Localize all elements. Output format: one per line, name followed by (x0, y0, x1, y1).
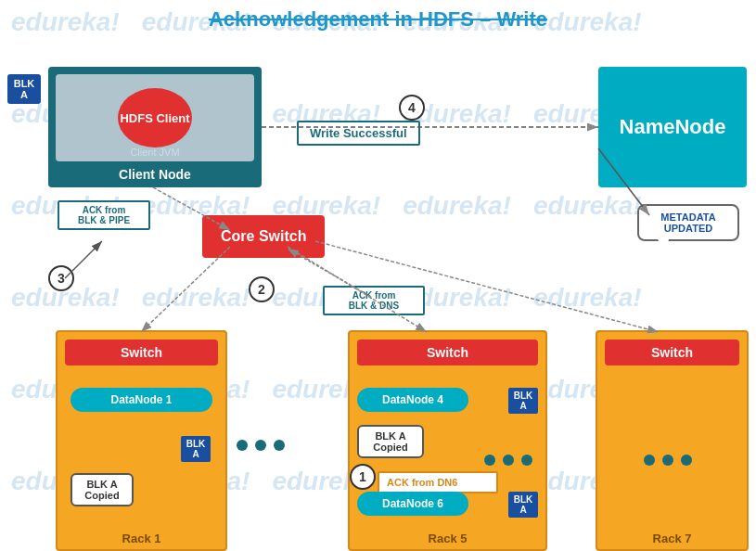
rack7-dots (644, 455, 692, 466)
diagram: Acknowledgement in HDFS – Write BLK A HD… (0, 0, 756, 551)
metadata-line2: UPDATED (648, 223, 728, 234)
metadata-updated-bubble: METADATA UPDATED (637, 204, 739, 241)
ack-from-dn6: ACK from DN6 (378, 471, 498, 493)
step-4-circle: 4 (399, 95, 425, 121)
dot1 (484, 455, 495, 466)
blk-a-label: A (12, 89, 36, 100)
rack-1: Switch DataNode 1 BLKA BLK ACopied Rack … (56, 330, 227, 551)
namenode-label: NameNode (620, 115, 726, 139)
step-2-circle: 2 (249, 276, 275, 302)
dot3 (681, 455, 692, 466)
ack-box-blk-pipe: ACK fromBLK & PIPE (58, 200, 150, 230)
rack1-label: Rack 1 (58, 532, 225, 545)
rack5-blk-a-dn4: BLKA (508, 388, 538, 414)
rack1-blk-a: BLKA (181, 436, 211, 462)
dot2 (255, 440, 266, 451)
rack5-blk-a-dn6: BLKA (508, 492, 538, 518)
rack7-switch: Switch (605, 340, 739, 365)
core-switch: Core Switch (202, 215, 325, 258)
rack7-label: Rack 7 (597, 532, 747, 545)
namenode: NameNode (598, 67, 747, 187)
step-1-circle: 1 (350, 464, 376, 490)
svg-line-4 (141, 247, 230, 332)
rack5-datanode4: DataNode 4 (357, 388, 468, 412)
rack1-datanode1: DataNode 1 (70, 388, 212, 412)
rack5-dots (484, 455, 532, 466)
dot3 (521, 455, 532, 466)
metadata-line1: METADATA (648, 211, 728, 223)
rack5-blk-copied: BLK ACopied (357, 425, 424, 458)
dot1 (237, 440, 248, 451)
dot3 (274, 440, 285, 451)
rack5-switch: Switch (357, 340, 538, 365)
client-jvm: HDFS Client Client JVM (56, 74, 254, 161)
client-jvm-label: Client JVM (56, 147, 254, 158)
blk-a-topleft: BLK A (7, 74, 41, 104)
hdfs-client: HDFS Client (118, 88, 192, 147)
rack-7: Switch Rack 7 (596, 330, 749, 551)
rack1-switch: Switch (65, 340, 218, 365)
blk-label: BLK (12, 78, 36, 89)
step-3-circle: 3 (48, 265, 74, 291)
rack1-blk-copied: BLK ACopied (70, 473, 134, 506)
rack5-datanode6: DataNode 6 (357, 492, 468, 516)
client-node: HDFS Client Client JVM Client Node (48, 67, 262, 187)
dot2 (503, 455, 514, 466)
middle-dots (237, 440, 285, 451)
dot2 (662, 455, 673, 466)
rack5-label: Rack 5 (350, 532, 545, 545)
client-node-label: Client Node (50, 167, 260, 182)
dot1 (644, 455, 655, 466)
page-title: Acknowledgement in HDFS – Write (0, 7, 756, 32)
write-successful: Write Successful (297, 121, 420, 146)
ack-box-blk-dns: ACK fromBLK & DNS (323, 286, 425, 315)
rack-5: Switch DataNode 4 BLKA BLK ACopied 1 ACK… (348, 330, 547, 551)
